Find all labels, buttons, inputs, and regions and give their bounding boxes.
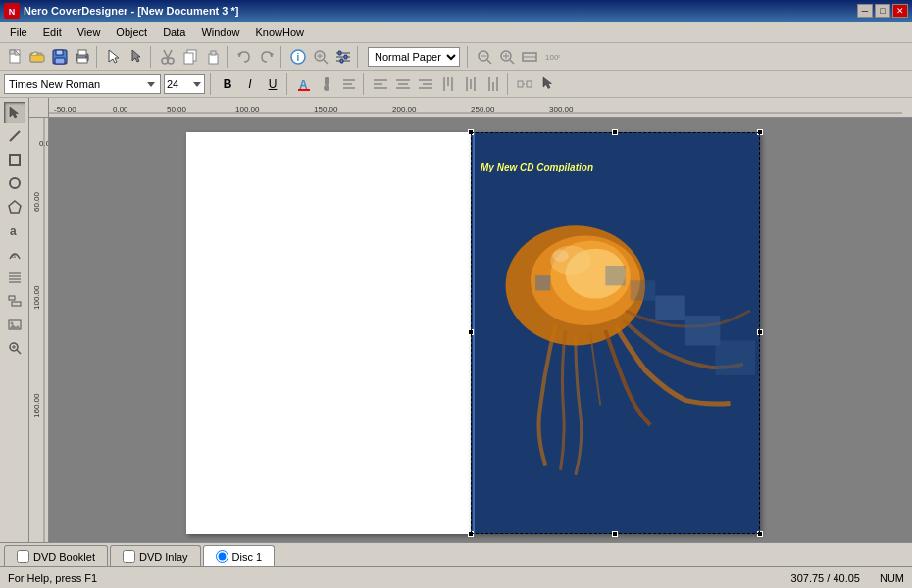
handle-tr[interactable] (757, 129, 763, 135)
cursor-tool-button[interactable] (536, 74, 558, 95)
svg-line-19 (168, 50, 172, 58)
svg-point-92 (10, 322, 13, 325)
cursor-button[interactable] (126, 46, 147, 68)
svg-rect-9 (55, 58, 65, 64)
svg-marker-82 (9, 201, 21, 213)
zoom-out-button[interactable] (474, 46, 495, 68)
align-middle-button[interactable] (460, 74, 481, 95)
statusbar-mode: NUM (880, 572, 904, 584)
underline-button[interactable]: U (262, 74, 283, 95)
line-tool[interactable] (4, 125, 25, 147)
undo-button[interactable] (233, 46, 255, 68)
svg-rect-125 (685, 316, 721, 346)
open-button[interactable] (26, 46, 48, 68)
handle-mr[interactable] (757, 329, 763, 335)
handle-bl[interactable] (468, 531, 474, 537)
zoom-in-button[interactable] (496, 46, 518, 68)
svg-text:160.00: 160.00 (32, 393, 41, 417)
info-button[interactable]: i (287, 46, 309, 68)
svg-rect-21 (184, 53, 193, 64)
menu-file[interactable]: File (2, 24, 35, 40)
handle-bc[interactable] (612, 531, 618, 537)
new-button[interactable] (4, 46, 25, 68)
ellipse-tool[interactable] (4, 172, 25, 194)
handle-tl[interactable] (468, 129, 474, 135)
arc-text-tool[interactable]: a (4, 243, 25, 265)
dvd-inlay-checkbox[interactable] (123, 550, 135, 563)
align-tool[interactable] (4, 290, 25, 312)
svg-marker-48 (147, 82, 155, 87)
separator-2 (150, 46, 154, 68)
format-btn-3[interactable] (338, 74, 360, 95)
menu-view[interactable]: View (70, 24, 109, 40)
tab-dvd-booklet[interactable]: DVD Booklet (4, 545, 108, 566)
minimize-button[interactable]: ─ (857, 4, 873, 18)
handle-br[interactable] (757, 531, 763, 537)
paper-type-dropdown[interactable]: Normal Paper CD Label DVD Cover (368, 47, 460, 67)
select-tool[interactable] (4, 102, 25, 123)
svg-rect-51 (298, 89, 310, 91)
window-controls[interactable]: ─ □ ✕ (857, 4, 908, 18)
save-button[interactable] (49, 46, 71, 68)
dvd-booklet-label: DVD Booklet (33, 551, 95, 563)
canvas-area[interactable]: -50.00 0.00 50.00 100.00 150.00 200.00 2… (29, 98, 912, 542)
svg-rect-89 (9, 296, 15, 300)
font-name-box[interactable] (4, 74, 161, 94)
menu-edit[interactable]: Edit (35, 24, 70, 40)
fit-button[interactable] (519, 46, 540, 68)
zoom-percent-button[interactable]: 100% (541, 46, 563, 68)
paste-button[interactable] (202, 46, 224, 68)
redo-button[interactable] (256, 46, 278, 68)
print-button[interactable] (72, 46, 93, 68)
zoom-tool[interactable] (4, 337, 25, 359)
zoom-button[interactable] (310, 46, 331, 68)
distribute-button[interactable] (514, 74, 535, 95)
align-right-button[interactable] (415, 74, 436, 95)
separator-3 (227, 46, 230, 68)
tab-dvd-inlay[interactable]: DVD Inlay (110, 545, 201, 566)
maximize-button[interactable]: □ (875, 4, 890, 18)
menu-knowhow[interactable]: KnowHow (248, 24, 313, 40)
image-panel[interactable]: My New CD Compilation (471, 132, 760, 534)
align-left-button[interactable] (370, 74, 391, 95)
font-size-box[interactable] (164, 74, 205, 94)
polygon-tool[interactable] (4, 196, 25, 218)
list-tool[interactable] (4, 267, 25, 288)
menu-object[interactable]: Object (108, 24, 155, 40)
copy-button[interactable] (179, 46, 201, 68)
handle-ml[interactable] (468, 329, 474, 335)
paper-type-select[interactable]: Normal Paper CD Label DVD Cover (369, 48, 459, 66)
brush-button[interactable] (316, 74, 337, 95)
menu-data[interactable]: Data (155, 24, 193, 40)
svg-text:100.00: 100.00 (32, 285, 41, 310)
main-toolbar: i Normal Paper CD Label DVD Cover 100% (0, 43, 912, 71)
menu-window[interactable]: Window (193, 24, 247, 40)
align-bottom-button[interactable] (482, 74, 504, 95)
align-top-button[interactable] (437, 74, 459, 95)
dvd-booklet-checkbox[interactable] (17, 550, 29, 563)
statusbar-right: 307.75 / 40.05 NUM (791, 572, 904, 584)
disc-1-radio[interactable] (216, 550, 228, 563)
ruler-vertical: 0.00 60.00 100.00 160.00 (29, 118, 49, 542)
handle-tc[interactable] (612, 129, 618, 135)
format-toolbar: B I U A (0, 71, 912, 98)
svg-rect-52 (325, 77, 329, 85)
svg-line-18 (164, 50, 168, 58)
tab-disc-1[interactable]: Disc 1 (203, 545, 276, 566)
text-tool[interactable]: a (4, 220, 25, 241)
rect-tool[interactable] (4, 149, 25, 171)
color-button[interactable]: A (293, 74, 315, 95)
canvas[interactable]: My New CD Compilation (49, 118, 912, 542)
close-button[interactable]: ✕ (892, 4, 908, 18)
cut-button[interactable] (157, 46, 178, 68)
bold-button[interactable]: B (217, 74, 238, 95)
align-center-button[interactable] (392, 74, 414, 95)
font-size-input[interactable] (165, 78, 192, 90)
select-button[interactable] (103, 46, 125, 68)
font-name-input[interactable] (9, 78, 146, 90)
menubar: File Edit View Object Data Window KnowHo… (0, 22, 912, 43)
left-toolbar: a a (0, 98, 29, 542)
image-tool[interactable] (4, 314, 25, 335)
properties-button[interactable] (332, 46, 354, 68)
italic-button[interactable]: I (239, 74, 261, 95)
